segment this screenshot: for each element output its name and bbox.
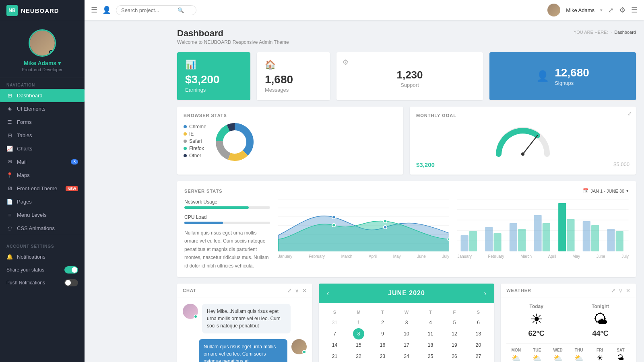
calendar-icon: 📅 — [583, 188, 588, 193]
calendar-cell[interactable]: 2 — [371, 317, 395, 328]
sidebar-item-maps[interactable]: 📍Maps — [0, 169, 85, 182]
topbar-settings-icon[interactable]: ⚙ — [619, 6, 625, 14]
calendar-cell[interactable]: 31 — [323, 317, 347, 328]
frontend-icon: 🖥 — [6, 185, 13, 191]
sidebar-item-notifications[interactable]: 🔔Notifications — [0, 250, 85, 263]
user-icon[interactable]: 👤 — [102, 6, 111, 14]
weather-header: WEATHER ⤢ ∨ ✕ — [501, 284, 636, 298]
forecast-day: FRI ☀ 40°C — [590, 348, 609, 362]
weather-expand-icon[interactable]: ⤢ — [611, 288, 615, 294]
topbar-nav-icon[interactable]: ☰ — [631, 6, 638, 14]
tonight-temp: 44°C — [592, 329, 608, 338]
network-usage-row: Network Usage — [184, 199, 270, 209]
sidebar-item-dashboard[interactable]: ⊞Dashboard — [0, 89, 85, 102]
expand-icon[interactable]: ⤢ — [608, 6, 613, 14]
calendar-cell[interactable]: 20 — [466, 339, 491, 351]
topbar-right: Mike Adams ▾ ⤢ ⚙ ☰ — [547, 4, 638, 16]
calendar-cell[interactable]: 5 — [442, 317, 466, 328]
server-description: Nullam quis risus eget urna mollis ornar… — [184, 229, 270, 270]
chat-expand-icon[interactable]: ⤢ — [287, 288, 292, 294]
weather-forecast: MON ⛅ 48°C TUE ⛅ 39°C WED ⛅ 32°C THU ⛅ 2… — [506, 343, 630, 362]
chat-collapse-icon[interactable]: ∨ — [295, 288, 299, 294]
calendar-prev-button[interactable]: ‹ — [327, 289, 329, 298]
dashboard-icon: ⊞ — [6, 93, 13, 99]
sidebar-item-forms[interactable]: ☰Forms — [0, 115, 85, 129]
account-nav: 🔔Notifications — [0, 250, 85, 263]
calendar-cell[interactable]: 25 — [419, 351, 443, 362]
forms-icon: ☰ — [6, 119, 13, 125]
push-notifications-label: Push Notifications — [6, 280, 45, 286]
search-input[interactable] — [121, 7, 178, 13]
sidebar-item-css-animations[interactable]: ◌CSS Animations — [0, 222, 85, 235]
sidebar-item-pages[interactable]: 📄Pages — [0, 195, 85, 208]
calendar-next-button[interactable]: › — [484, 289, 486, 298]
hamburger-menu-icon[interactable]: ☰ — [91, 6, 97, 14]
date-filter[interactable]: 📅 JAN 1 - JUNE 30 ▾ — [583, 188, 629, 193]
goal-target: $5,000 — [613, 161, 630, 168]
charts-icon: 📈 — [6, 146, 13, 152]
push-notifications-toggle[interactable] — [64, 279, 78, 286]
sidebar-nav: ⊞Dashboard ◈UI Elements ☰Forms ⊟Tables 📈… — [0, 89, 85, 235]
pages-icon: 📄 — [6, 199, 13, 205]
earnings-label: Earnings — [185, 87, 206, 93]
calendar-cell[interactable]: 15 — [347, 339, 371, 351]
breadcrumb-here: YOU ARE HERE: — [574, 30, 608, 35]
area-chart — [278, 199, 450, 251]
calendar-cell[interactable]: 19 — [442, 339, 466, 351]
date-filter-label: JAN 1 - JUNE 30 — [590, 189, 624, 193]
stats-row: 📊 $3,200 Earnings 🏠 1,680 Messages ⚙ 1,2… — [177, 52, 636, 100]
chat-avatar-right — [291, 339, 307, 354]
share-status-toggle[interactable] — [64, 266, 78, 274]
chat-bubble-right: Nullam quis risus eget urna mollis ornar… — [199, 339, 287, 362]
calendar-cell[interactable]: 17 — [394, 339, 419, 351]
today-temp: 62°C — [528, 329, 545, 338]
calendar-body: SMTWTFS 31123456789101112131415161718192… — [319, 303, 494, 362]
account-settings: ACCOUNT SETTINGS 🔔Notifications Share yo… — [0, 235, 85, 293]
svg-rect-30 — [534, 215, 542, 251]
forecast-day: SAT 🌤 42°C — [611, 348, 630, 362]
calendar-cell[interactable]: 26 — [442, 351, 466, 362]
calendar-cell[interactable]: 11 — [419, 328, 443, 339]
calendar-cell[interactable]: 22 — [347, 351, 371, 362]
calendar-cell[interactable]: 21 — [323, 351, 347, 362]
browser-legend: Chrome IE Safari Firefox Other — [184, 124, 206, 160]
calendar-cell[interactable]: 27 — [466, 351, 491, 362]
calendar-cell[interactable]: 14 — [323, 339, 347, 351]
calendar-cell[interactable]: 10 — [394, 328, 419, 339]
chat-controls: ⤢ ∨ ✕ — [287, 288, 307, 294]
calendar-cell[interactable]: 1 — [347, 317, 371, 328]
search-icon: 🔍 — [178, 7, 184, 13]
sidebar-item-ui-elements[interactable]: ◈UI Elements — [0, 102, 85, 115]
calendar-cell[interactable]: 7 — [323, 328, 347, 339]
network-usage-label: Network Usage — [184, 199, 270, 205]
svg-rect-27 — [494, 233, 502, 251]
weather-close-icon[interactable]: ✕ — [626, 288, 630, 294]
calendar-cell[interactable]: 4 — [419, 317, 443, 328]
today-icon: ☀ — [530, 311, 543, 328]
page-title: Dashboard — [177, 28, 289, 39]
topbar-dropdown-arrow[interactable]: ▾ — [600, 8, 603, 13]
svg-rect-28 — [510, 223, 517, 251]
calendar-cell[interactable]: 6 — [466, 317, 491, 328]
calendar-cell[interactable]: 24 — [394, 351, 419, 362]
sidebar-item-menu-levels[interactable]: ≡Menu Levels — [0, 208, 85, 222]
calendar-cell[interactable]: 18 — [419, 339, 443, 351]
calendar-cell[interactable]: 23 — [371, 351, 395, 362]
notifications-icon: 🔔 — [6, 254, 13, 260]
tonight-icon: 🌤 — [593, 311, 608, 328]
sidebar-item-frontend-theme[interactable]: 🖥Front-end ThemeNEW — [0, 182, 85, 195]
calendar-cell[interactable]: 3 — [394, 317, 419, 328]
sidebar-item-mail[interactable]: ✉Mail8 — [0, 155, 85, 169]
chat-close-icon[interactable]: ✕ — [302, 288, 307, 294]
sidebar-item-tables[interactable]: ⊟Tables — [0, 129, 85, 142]
calendar-cell[interactable]: 16 — [371, 339, 395, 351]
calendar-days-header: SMTWTFS — [323, 307, 490, 317]
calendar-cell[interactable]: 12 — [442, 328, 466, 339]
calendar-cell[interactable]: 9 — [371, 328, 395, 339]
calendar-cell[interactable]: 8 — [347, 328, 371, 339]
calendar-cell[interactable]: 13 — [466, 328, 491, 339]
sidebar-item-charts[interactable]: 📈Charts — [0, 142, 85, 155]
weather-collapse-icon[interactable]: ∨ — [619, 288, 623, 294]
goal-expand-icon[interactable]: ⤢ — [627, 111, 632, 117]
server-stats-title: SERVER STATS — [184, 189, 223, 193]
